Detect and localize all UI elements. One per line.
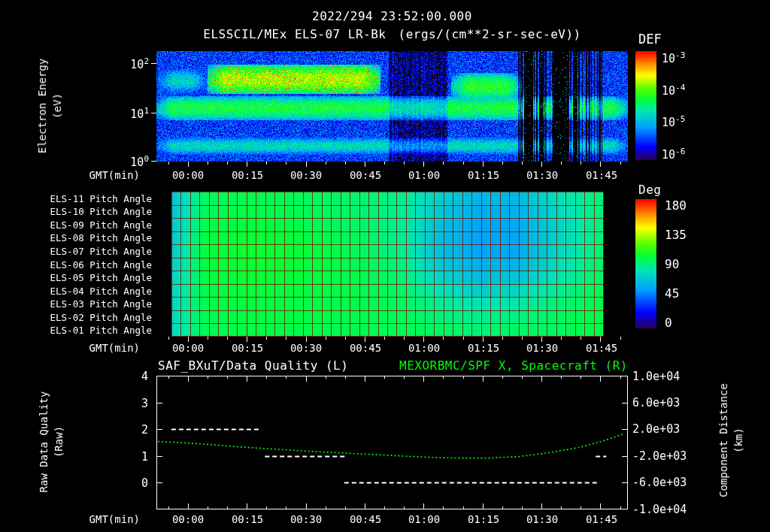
tick-base: 10 [130,58,144,71]
x-axis-title-panel2: GMT(min) [74,342,140,354]
left-y-tick-3: 3 [0,397,148,410]
deg-cb-tick-45: 45 [665,288,679,300]
spectrogram-y-axis-label-line2: (eV) [50,59,65,153]
def-cb-tick-1e-5: 10-5 [662,115,685,128]
x-tick-label: 00:15 [223,169,271,181]
x-tick-label: 01:15 [459,169,508,181]
tick-base: 10 [662,116,675,129]
tick-base: 10 [662,52,675,65]
pitch-row-label-els06: ELS-06 Pitch Angle [0,259,152,271]
x-tick-label: 01:00 [400,342,448,354]
x-tick-label: 01:45 [578,342,626,354]
pitch-angle-heatmap [156,192,628,337]
tick-base: 10 [130,107,144,121]
x-tick-label: 01:15 [459,342,508,354]
left-y-tick-2: 2 [0,423,148,437]
line-plot-right-axis-label: Component Distance (km) [716,383,746,497]
right-axis-label-line1: Component Distance [716,383,731,497]
right-y-tick-m1e4: -1.0e+04 [632,503,687,516]
pitch-row-label-els07: ELS-07 Pitch Angle [0,246,152,257]
x-tick-label: 00:30 [282,513,330,525]
x-tick-label: 01:30 [518,169,566,181]
tick-exp: -4 [675,83,685,92]
x-tick-label: 00:45 [341,513,390,525]
pitch-row-label-els08: ELS-08 Pitch Angle [0,232,152,243]
pitch-row-label-els05: ELS-05 Pitch Angle [0,272,152,283]
pitch-row-label-els01: ELS-01 Pitch Angle [0,325,152,336]
tick-exp: 0 [144,154,149,164]
right-y-tick-2e3: 2.0e+03 [632,422,680,436]
line-plot-title-left: SAF_BXuT/Data Quality (L) [158,358,348,373]
pitch-row-label-els11: ELS-11 Pitch Angle [0,193,152,204]
spectrogram-y-axis-label: Electron Energy (eV) [35,59,65,153]
deg-colorbar-title: Deg [638,183,661,197]
tick-exp: -3 [675,50,685,60]
deg-cb-tick-135: 135 [665,229,687,241]
tick-base: 10 [662,148,675,162]
tick-base: 10 [130,156,144,169]
spectrogram-y-tick-100: 102 [0,57,149,71]
x-tick-label: 01:30 [518,342,566,354]
right-y-tick-m2e3: -2.0e+03 [632,449,687,463]
deg-colorbar [635,199,656,328]
tick-exp: 2 [144,56,149,66]
pitch-row-label-els02: ELS-02 Pitch Angle [0,312,152,323]
def-cb-tick-1e-3: 10-3 [662,51,685,65]
deg-cb-tick-90: 90 [665,258,679,271]
x-tick-label: 00:15 [223,513,271,525]
x-tick-label: 00:45 [341,342,390,354]
x-tick-label: 00:45 [341,169,390,181]
def-cb-tick-1e-4: 10-4 [662,83,685,97]
spectrogram-y-tick-10: 101 [0,107,149,120]
pitch-row-label-els09: ELS-09 Pitch Angle [0,219,152,231]
units-label: (ergs/(cm**2-sr-sec-eV)) [399,27,581,41]
x-tick-label: 00:30 [282,342,330,354]
pitch-row-label-els04: ELS-04 Pitch Angle [0,286,152,297]
def-colorbar-title: DEF [638,32,662,47]
x-tick-label: 01:15 [459,513,508,525]
x-axis-title-panel3: GMT(min) [74,513,140,525]
pitch-row-label-els10: ELS-10 Pitch Angle [0,206,152,217]
right-y-tick-6e3: 6.0e+03 [632,396,680,410]
x-tick-label: 00:00 [164,169,212,181]
pitch-row-label-els03: ELS-03 Pitch Angle [0,298,152,310]
x-tick-label: 01:45 [578,169,626,181]
x-tick-label: 00:30 [282,169,330,181]
tick-exp: -5 [675,114,685,124]
line-plot-title-right: MEXORBMC/SPF X, Spacecraft (R) [346,358,628,373]
left-y-tick-1: 1 [0,450,148,464]
deg-cb-tick-0: 0 [665,317,672,329]
spectrogram-y-tick-1: 100 [0,155,149,168]
page-title-row: ELSSCIL/MEx ELS-07 LR-Bk(ergs/(cm**2-sr-… [75,27,709,41]
tick-exp: 1 [144,106,149,116]
page-title-timestamp: 2022/294 23:52:00.000 [156,9,628,23]
instrument-title: ELSSCIL/MEx ELS-07 LR-Bk [203,27,386,41]
tick-base: 10 [662,84,675,98]
x-axis-title-panel1: GMT(min) [74,169,140,181]
left-y-tick-0: 0 [0,476,148,490]
x-tick-label: 00:00 [164,513,212,525]
deg-cb-tick-180: 180 [665,200,687,212]
x-tick-label: 01:00 [400,513,448,525]
def-colorbar [635,51,656,160]
tick-exp: -6 [675,147,685,156]
left-y-tick-4: 4 [0,370,148,383]
plot-page: 2022/294 23:52:00.000 ELSSCIL/MEx ELS-07… [0,0,770,532]
x-tick-label: 01:30 [518,513,566,525]
quality-distance-plot [156,376,628,509]
right-y-tick-1e4: 1.0e+04 [632,370,680,383]
spectrogram-y-axis-label-line1: Electron Energy [35,59,50,153]
def-cb-tick-1e-6: 10-6 [662,147,685,161]
x-tick-label: 01:00 [400,169,448,181]
x-tick-label: 00:00 [164,342,212,354]
right-y-tick-m6e3: -6.0e+03 [632,476,687,489]
x-tick-label: 00:15 [223,342,271,354]
x-tick-label: 01:45 [578,513,626,525]
electron-energy-spectrogram [156,51,628,162]
right-axis-label-line2: (km) [731,383,746,497]
